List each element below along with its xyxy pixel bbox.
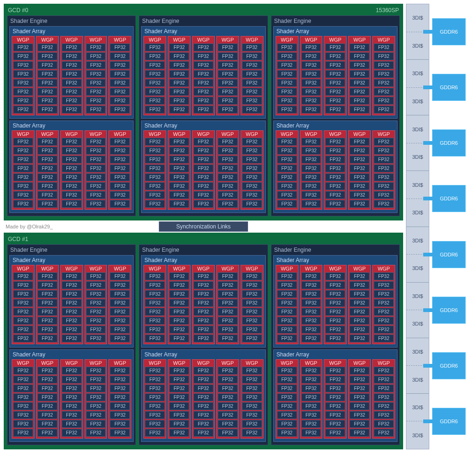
wgp-label: WGP [193, 36, 213, 43]
fp32-unit: FP32 [301, 317, 321, 325]
fp32-unit: FP32 [110, 376, 130, 384]
fp32-unit: FP32 [242, 88, 262, 96]
fp32-unit: FP32 [62, 290, 82, 298]
fp32-unit: FP32 [62, 61, 82, 69]
wgp-label: WGP [169, 36, 189, 43]
cache-3di: 3DI$ [406, 338, 429, 366]
fp32-unit: FP32 [277, 61, 297, 69]
wgp: WGPFP32FP32FP32FP32FP32FP32FP32FP32 [108, 265, 131, 344]
fp32-unit: FP32 [193, 317, 213, 325]
wgp-label: WGP [218, 360, 238, 367]
fp32-unit: FP32 [169, 61, 189, 69]
fp32-unit: FP32 [110, 70, 130, 78]
fp32-unit: FP32 [374, 420, 394, 428]
wgp: WGPFP32FP32FP32FP32FP32FP32FP32FP32 [216, 359, 239, 439]
fp32-unit: FP32 [349, 317, 369, 325]
fp32-unit: FP32 [13, 420, 33, 428]
fp32-unit: FP32 [13, 402, 33, 410]
fp32-unit: FP32 [37, 326, 57, 334]
fp32-unit: FP32 [145, 164, 165, 172]
wgp: WGPFP32FP32FP32FP32FP32FP32FP32FP32 [143, 359, 166, 439]
fp32-unit: FP32 [62, 326, 82, 334]
fp32-unit: FP32 [86, 317, 106, 325]
gddr6-module: GDDR6 [432, 241, 466, 268]
fp32-unit: FP32 [169, 429, 189, 437]
wgp: WGPFP32FP32FP32FP32FP32FP32FP32FP32 [276, 265, 298, 344]
wgp: WGPFP32FP32FP32FP32FP32FP32FP32FP32 [12, 130, 35, 210]
fp32-unit: FP32 [193, 164, 213, 172]
fp32-unit: FP32 [374, 326, 394, 334]
fp32-unit: FP32 [242, 138, 262, 146]
cache-3di: 3DI$ [406, 310, 429, 338]
fp32-unit: FP32 [301, 411, 321, 419]
fp32-unit: FP32 [110, 393, 130, 401]
fp32-unit: FP32 [242, 420, 262, 428]
fp32-unit: FP32 [37, 61, 57, 69]
fp32-unit: FP32 [325, 88, 345, 96]
fp32-unit: FP32 [218, 376, 238, 384]
fp32-unit: FP32 [13, 290, 33, 298]
wgp-label: WGP [62, 360, 82, 367]
fp32-unit: FP32 [62, 402, 82, 410]
fp32-unit: FP32 [325, 147, 345, 155]
fp32-unit: FP32 [218, 43, 238, 51]
fp32-unit: FP32 [110, 420, 130, 428]
shader-array-label: Shader Array [276, 28, 395, 36]
fp32-unit: FP32 [277, 52, 297, 60]
fp32-unit: FP32 [37, 420, 57, 428]
fp32-unit: FP32 [301, 420, 321, 428]
gddr6-module: GDDR6 [432, 408, 466, 435]
fp32-unit: FP32 [62, 317, 82, 325]
fp32-unit: FP32 [301, 384, 321, 392]
fp32-unit: FP32 [13, 326, 33, 334]
fp32-unit: FP32 [301, 376, 321, 384]
gcd-block: GCD #015360SPShader EngineShader ArrayWG… [4, 4, 403, 220]
fp32-unit: FP32 [301, 97, 321, 105]
fp32-unit: FP32 [86, 61, 106, 69]
fp32-unit: FP32 [349, 191, 369, 199]
fp32-unit: FP32 [86, 106, 106, 114]
shader-engine: Shader EngineShader ArrayWGPFP32FP32FP32… [7, 15, 136, 216]
gddr6-module: GDDR6 [432, 297, 466, 324]
wgp-label: WGP [301, 360, 321, 367]
fp32-unit: FP32 [374, 376, 394, 384]
wgp-label: WGP [13, 131, 33, 138]
fp32-unit: FP32 [145, 79, 165, 87]
wgp-label: WGP [37, 36, 57, 43]
fp32-unit: FP32 [62, 173, 82, 181]
fp32-unit: FP32 [374, 411, 394, 419]
fp32-unit: FP32 [277, 200, 297, 208]
wgp-label: WGP [349, 360, 369, 367]
fp32-unit: FP32 [13, 97, 33, 105]
fp32-unit: FP32 [13, 52, 33, 60]
fp32-unit: FP32 [169, 393, 189, 401]
fp32-unit: FP32 [325, 367, 345, 375]
fp32-unit: FP32 [110, 106, 130, 114]
wgp: WGPFP32FP32FP32FP32FP32FP32FP32FP32 [12, 36, 35, 115]
gddr6-module: GDDR6 [432, 18, 466, 45]
fp32-unit: FP32 [110, 79, 130, 87]
fp32-unit: FP32 [62, 182, 82, 190]
wgp: WGPFP32FP32FP32FP32FP32FP32FP32FP32 [348, 36, 371, 115]
wgp: WGPFP32FP32FP32FP32FP32FP32FP32FP32 [324, 130, 347, 210]
fp32-unit: FP32 [145, 156, 165, 163]
gcd-title: GCD #1 [8, 236, 28, 242]
fp32-unit: FP32 [193, 156, 213, 163]
fp32-unit: FP32 [37, 281, 57, 289]
fp32-unit: FP32 [374, 173, 394, 181]
fp32-unit: FP32 [193, 79, 213, 87]
fp32-unit: FP32 [325, 376, 345, 384]
shader-array: Shader ArrayWGPFP32FP32FP32FP32FP32FP32F… [9, 255, 134, 348]
wgp: WGPFP32FP32FP32FP32FP32FP32FP32FP32 [108, 130, 131, 210]
wgp-label: WGP [193, 265, 213, 272]
fp32-unit: FP32 [374, 61, 394, 69]
memory-slot: GDDR6 [432, 115, 466, 171]
fp32-unit: FP32 [349, 402, 369, 410]
fp32-unit: FP32 [374, 200, 394, 208]
wgp-label: WGP [110, 36, 130, 43]
fp32-unit: FP32 [145, 52, 165, 60]
fp32-unit: FP32 [374, 334, 394, 342]
fp32-unit: FP32 [13, 299, 33, 307]
fp32-unit: FP32 [301, 367, 321, 375]
fp32-unit: FP32 [62, 138, 82, 146]
